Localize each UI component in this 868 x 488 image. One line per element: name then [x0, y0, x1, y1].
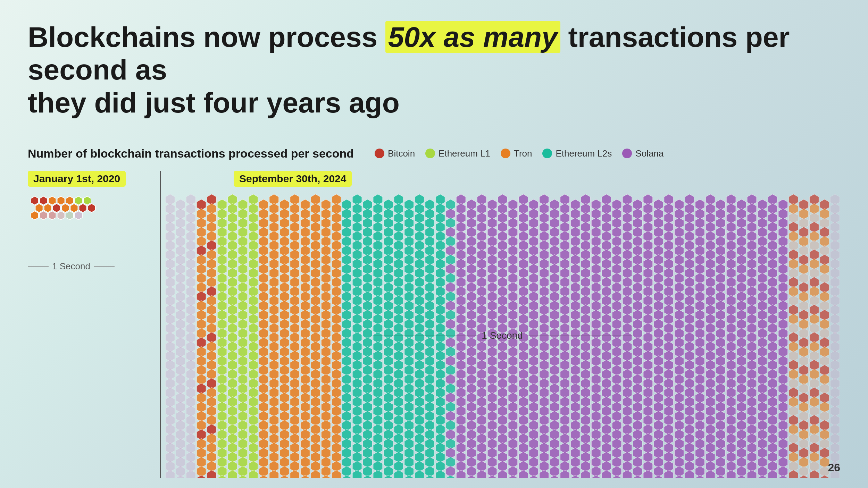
legend-item-ethereum-l2: Ethereum L2s [542, 148, 612, 159]
one-second-label-right: 1 Second [372, 330, 632, 341]
solana-dot [622, 149, 632, 158]
chart-subtitle: Number of blockchain transactions proces… [28, 147, 354, 160]
hex-grid-container: 1 Second [164, 194, 840, 478]
one-second-label-left: 1 Second [28, 261, 156, 272]
legend-item-bitcoin: Bitcoin [375, 148, 415, 159]
chart-header: Number of blockchain transactions proces… [28, 147, 840, 160]
legend: Bitcoin Ethereum L1 Tron Ethereum L2s So… [375, 148, 663, 159]
tron-label: Tron [514, 148, 532, 159]
date-label-left: January 1st, 2020 [28, 171, 126, 187]
page-title: Blockchains now process 50x as many tran… [28, 21, 792, 119]
legend-item-ethereum-l1: Ethereum L1 [425, 148, 490, 159]
highlight-text: 50x as many [385, 21, 560, 53]
page-number: 26 [828, 461, 840, 474]
ethereum-l1-dot [425, 149, 435, 158]
tron-dot [501, 149, 510, 158]
date-label-right: September 30th, 2024 [234, 171, 352, 187]
title-section: Blockchains now process 50x as many tran… [28, 21, 840, 119]
line-hr-left [372, 336, 476, 336]
bitcoin-label: Bitcoin [388, 148, 415, 159]
footer: a16zcrypto ©2024 Andreessen Horowitz. | … [28, 485, 840, 488]
legend-item-tron: Tron [501, 148, 532, 159]
ethereum-l2-dot [542, 149, 552, 158]
main-container: Blockchains now process 50x as many tran… [0, 0, 868, 488]
ethereum-l2-label: Ethereum L2s [556, 148, 612, 159]
line-left [28, 266, 49, 267]
solana-label: Solana [635, 148, 663, 159]
right-panel: September 30th, 2024 1 Second [164, 171, 840, 478]
legend-item-solana: Solana [622, 148, 663, 159]
vertical-divider [160, 171, 161, 478]
chart-area: January 1st, 2020 1 Second September 30t… [28, 171, 840, 478]
ethereum-l1-label: Ethereum L1 [439, 148, 490, 159]
bitcoin-dot [375, 149, 384, 158]
mini-hex-grid [28, 194, 146, 256]
line-right [94, 266, 115, 267]
line-hr-right [528, 336, 632, 336]
left-panel: January 1st, 2020 1 Second [28, 171, 156, 478]
